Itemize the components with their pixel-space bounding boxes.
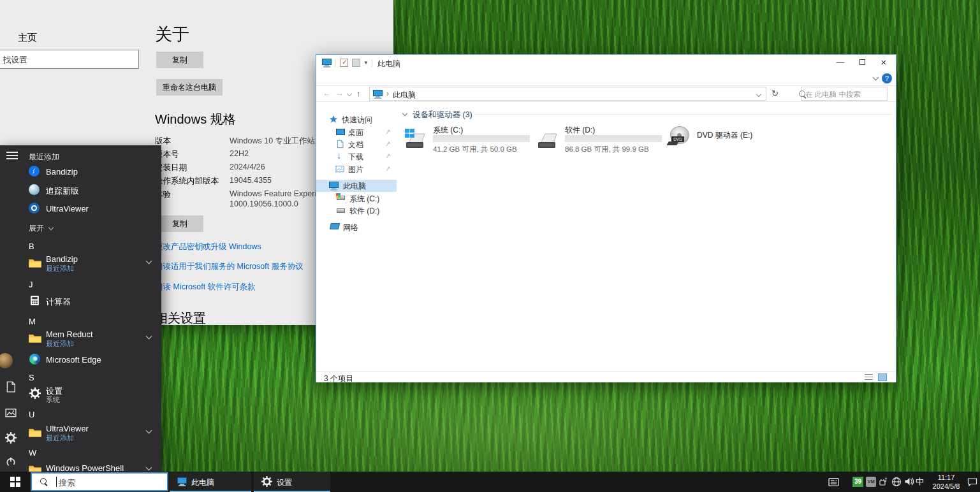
recent-locations-icon[interactable] [347,91,352,96]
letter-header-s[interactable]: S [29,373,34,382]
up-icon[interactable]: ↑ [356,89,361,98]
network-icon [330,223,340,229]
windows-logo-pane [405,134,409,138]
refresh-icon[interactable]: ↻ [772,89,779,98]
start-item-zhuizong-recent[interactable]: 追踪新版 [29,184,156,198]
copy-button-top[interactable]: 复制 [156,52,203,68]
start-item-bandizip-recent[interactable]: Bandizip [29,165,156,179]
start-item-powershell-folder[interactable]: Windows PowerShell [0,463,161,472]
edge-icon [29,354,40,365]
group-header-rule [474,114,891,115]
pin-icon [385,141,391,147]
minimize-button[interactable]: — [830,55,851,71]
window-title: 此电脑 [377,59,400,69]
sidebar-item-quick-access[interactable]: 快速访问 [316,113,397,126]
pictures-icon[interactable] [5,407,17,418]
properties-qat-icon[interactable]: ✓ [340,59,348,67]
sidebar-item-documents[interactable]: 文档 [316,138,397,150]
news-tray-icon[interactable] [828,477,839,487]
chevron-down-icon[interactable] [146,465,152,471]
start-item-memreduct-folder[interactable]: Mem Reduct 最近添加 [0,329,161,349]
hamburger-icon[interactable] [6,152,18,161]
chevron-down-icon[interactable] [146,333,152,340]
maximize-button[interactable] [851,55,873,71]
temp-badge-tray-icon[interactable]: 39 [852,477,863,487]
this-pc-icon [373,90,383,98]
sidebar-item-desktop[interactable]: 桌面 [316,126,397,138]
sidebar-item-pictures[interactable]: 图片 [316,163,397,175]
taskbar-search-placeholder: 搜索 [59,477,75,489]
qat-dropdown-icon[interactable]: ▼ [363,60,369,66]
taskbar-button-this-pc[interactable]: 此电脑 [170,472,251,492]
letter-header-m[interactable]: M [29,317,36,326]
group-header[interactable]: 设备和驱动器 (3) [413,110,472,120]
letter-header-w[interactable]: W [29,448,36,458]
start-item-ultraviewer-recent[interactable]: UltraViewer [29,202,156,216]
start-button[interactable] [0,472,31,492]
start-item-calculator[interactable]: 计算器 [0,294,161,310]
forward-icon[interactable]: → [335,89,344,98]
explorer-titlebar[interactable]: | ✓ ▼ | 此电脑 — × [316,55,896,71]
new-folder-qat-icon[interactable] [352,59,360,67]
sidebar-item-drive-c[interactable]: 系统 (C:) [316,192,397,205]
details-view-icon[interactable] [865,374,873,381]
drive-tile-e[interactable]: DVD DVD 驱动器 (E:) [668,125,795,156]
breadcrumb[interactable]: 此电脑 [393,90,416,101]
spec-label: 操作系统内部版本 [155,176,219,187]
copy-button-bottom[interactable]: 复制 [156,215,203,232]
start-item-edge[interactable]: Microsoft Edge [0,353,161,368]
close-button[interactable]: × [873,55,895,71]
start-item-bandizip-folder[interactable]: Bandizip 最近添加 [0,254,161,274]
ribbon-tab-strip: 文件 计算机 查看 ? [316,71,896,86]
vm-tray-icon[interactable]: VM [866,477,876,487]
address-bar[interactable]: › 此电脑 [369,87,766,101]
spec-value-line2: 1000.19056.1000.0 [230,199,298,208]
help-icon[interactable]: ? [882,73,892,83]
folder-icon [29,427,41,437]
license-terms-link[interactable]: 阅读 Microsoft 软件许可条款 [155,282,256,293]
folder-icon [29,333,41,343]
letter-header-j[interactable]: J [29,280,33,289]
explorer-search-box[interactable]: 在 此电脑 中搜索 [801,87,888,101]
back-icon[interactable]: ← [323,89,331,98]
ime-indicator[interactable]: 中 [916,476,924,488]
sidebar-item-drive-d[interactable]: 软件 (D:) [316,205,397,217]
start-item-ultraviewer-folder[interactable]: UltraViewer 最近添加 [0,423,161,444]
dvd-tray [666,141,678,145]
taskbar-search-box[interactable]: 搜索 [31,472,168,491]
action-center-icon[interactable] [967,477,977,487]
large-icons-view-icon[interactable] [878,373,887,381]
usb-tray-icon[interactable] [879,477,889,487]
settings-search-box[interactable]: 找设置 [0,50,139,69]
start-item-settings[interactable]: 设置 系统 [0,385,161,405]
expand-control[interactable]: 展开 [29,223,53,235]
group-collapse-icon[interactable] [402,111,409,117]
clock-time: 11:17 [928,473,964,482]
rename-pc-button[interactable]: 重命名这台电脑 [156,79,223,96]
ribbon-expand-icon[interactable] [873,75,879,81]
chevron-down-icon[interactable] [146,428,152,434]
network-globe-icon[interactable] [891,477,902,487]
explorer-content: 设备和驱动器 (3) 系统 (C:) 41.2 GB 可用, 共 50.0 GB… [397,102,896,372]
services-agreement-link[interactable]: 阅读适用于我们服务的 Microsoft 服务协议 [155,261,304,272]
pin-icon [385,153,391,159]
letter-header-b[interactable]: B [29,242,34,251]
explorer-window: | ✓ ▼ | 此电脑 — × 文件 计算机 查看 ? ← → ↑ › [316,54,896,382]
sidebar-item-downloads[interactable]: ↓ 下载 [316,150,397,163]
volume-icon[interactable] [904,477,914,486]
address-dropdown-icon[interactable] [756,92,761,97]
sidebar-item-network[interactable]: 网络 [316,221,397,233]
drive-tile-c[interactable]: 系统 (C:) 41.2 GB 可用, 共 50.0 GB [404,125,531,156]
chevron-down-icon[interactable] [146,258,152,264]
this-pc-icon [322,59,332,67]
settings-nav-home[interactable]: 主页 [18,32,37,44]
change-product-key-link[interactable]: 更改产品密钥或升级 Windows [155,242,261,252]
letter-header-u[interactable]: U [29,410,34,419]
spec-value: 2024/4/26 [230,163,265,171]
taskbar-button-settings[interactable]: 设置 [254,472,330,492]
clock[interactable]: 11:17 2024/5/8 [928,473,964,491]
windows-logo-pane [410,134,414,138]
drive-tile-d[interactable]: 软件 (D:) 86.8 GB 可用, 共 99.9 GB [536,125,663,156]
capacity-bar [565,135,662,142]
sidebar-item-this-pc[interactable]: 此电脑 [316,180,397,192]
